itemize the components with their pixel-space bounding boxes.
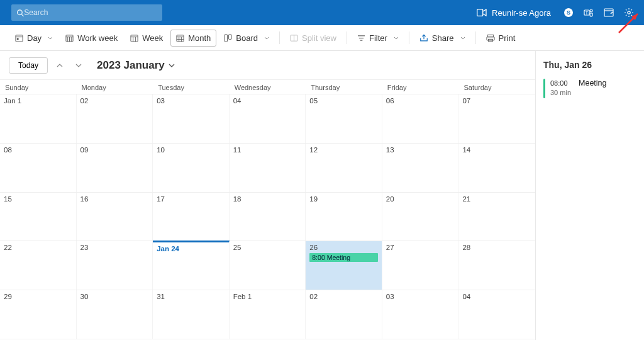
coming-soon-button[interactable] (599, 0, 619, 25)
view-board-button[interactable]: Board (219, 30, 274, 46)
day-cell[interactable]: 04 (230, 94, 306, 143)
svg-rect-29 (229, 34, 232, 38)
filter-label: Filter (369, 33, 387, 43)
chevron-down-icon (264, 37, 269, 40)
day-cell[interactable]: 12 (306, 144, 382, 192)
day-cell[interactable]: 15 (0, 193, 77, 241)
day-cell[interactable]: 02 (77, 94, 153, 143)
day-cell[interactable]: Jan 24 (153, 241, 230, 290)
view-workweek-button[interactable]: Work week (60, 30, 123, 46)
day-number: 09 (80, 146, 149, 154)
day-cell[interactable]: 23 (77, 241, 153, 290)
day-number: 17 (157, 195, 225, 203)
view-week-label: Week (142, 33, 163, 43)
today-button[interactable]: Today (9, 57, 48, 74)
dow-label: Monday (77, 80, 153, 94)
video-icon (477, 9, 487, 16)
day-cell[interactable]: 18 (230, 193, 306, 241)
event-title: Meeting (576, 79, 606, 98)
view-week-button[interactable]: Week (125, 30, 168, 46)
view-day-button[interactable]: Day (10, 30, 58, 46)
calendar-event[interactable]: 8:00 Meeting (309, 253, 378, 262)
day-number: 05 (309, 97, 378, 105)
day-cell[interactable]: 16 (77, 193, 153, 241)
day-number: 25 (233, 244, 302, 251)
day-cell[interactable]: Feb 1 (230, 290, 306, 339)
search-input[interactable] (24, 8, 157, 17)
day-cell[interactable]: 20 (382, 193, 459, 241)
day-cell[interactable]: Jan 1 (0, 94, 77, 143)
view-month-button[interactable]: Month (170, 30, 216, 47)
month-title-label: 2023 January (97, 59, 165, 72)
day-cell[interactable]: 10 (153, 144, 230, 192)
search-box[interactable] (11, 4, 162, 21)
split-view-label: Split view (302, 33, 336, 43)
chevron-up-icon (57, 64, 63, 67)
day-cell[interactable]: 27 (382, 241, 459, 290)
svg-rect-36 (486, 37, 494, 40)
teams-button[interactable]: T (579, 0, 599, 25)
day-cell[interactable]: 14 (458, 144, 535, 192)
day-number: 15 (4, 195, 72, 203)
calendar-day-icon (15, 34, 23, 42)
day-number: 26 (309, 244, 378, 251)
skype-button[interactable]: S (558, 0, 579, 25)
day-cell[interactable]: 30 (77, 290, 153, 339)
chevron-down-icon (394, 37, 399, 40)
day-number: 27 (386, 244, 455, 251)
settings-button[interactable] (619, 0, 639, 25)
svg-point-0 (18, 9, 23, 14)
day-cell[interactable]: 05 (306, 94, 382, 143)
week-row: 293031Feb 1020304 (0, 290, 535, 339)
print-button[interactable]: Print (481, 30, 521, 46)
day-number: 02 (80, 97, 149, 105)
dow-label: Thursday (306, 80, 382, 94)
chevron-down-icon (75, 64, 82, 67)
main-content: Today 2023 January SundayMondayTuesdayWe… (0, 51, 644, 340)
day-number: 30 (80, 293, 149, 300)
filter-button[interactable]: Filter (352, 30, 404, 46)
day-cell[interactable]: 03 (153, 94, 230, 143)
day-cell[interactable]: 09 (77, 144, 153, 192)
filter-icon (357, 35, 365, 42)
agenda-event[interactable]: 08:00 30 min Meeting (543, 79, 636, 98)
calendar-workweek-icon (65, 34, 74, 42)
day-cell[interactable]: 31 (153, 290, 230, 339)
chevron-down-icon (460, 37, 465, 40)
month-picker[interactable]: 2023 January (97, 59, 175, 72)
day-cell[interactable]: 13 (382, 144, 459, 192)
day-number: 20 (386, 195, 455, 203)
day-cell[interactable]: 04 (458, 290, 535, 339)
day-cell[interactable]: 11 (230, 144, 306, 192)
share-button[interactable]: Share (414, 30, 470, 46)
day-number: 19 (309, 195, 378, 203)
day-cell[interactable]: 25 (230, 241, 306, 290)
day-number: 04 (233, 97, 302, 105)
day-cell[interactable]: 02 (306, 290, 382, 339)
day-number: 08 (4, 146, 72, 154)
day-number: 03 (157, 97, 225, 105)
split-view-button: Split view (285, 30, 341, 46)
day-cell[interactable]: 17 (153, 193, 230, 241)
meet-now-button[interactable]: Reunir-se Agora (469, 0, 558, 25)
day-cell[interactable]: 08 (0, 144, 77, 192)
day-cell[interactable]: 268:00 Meeting (306, 241, 382, 290)
day-number: 13 (386, 146, 455, 154)
day-cell[interactable]: 28 (458, 241, 535, 290)
svg-rect-28 (225, 34, 228, 41)
day-number: Jan 24 (157, 245, 225, 252)
svg-rect-19 (131, 35, 138, 41)
prev-period-button[interactable] (53, 59, 67, 72)
view-workweek-label: Work week (77, 33, 118, 43)
day-cell[interactable]: 07 (458, 94, 535, 143)
day-cell[interactable]: 03 (382, 290, 459, 339)
day-cell[interactable]: 06 (382, 94, 459, 143)
day-cell[interactable]: 29 (0, 290, 77, 339)
next-period-button[interactable] (72, 59, 86, 72)
share-label: Share (432, 33, 454, 43)
day-cell[interactable]: 19 (306, 193, 382, 241)
teams-icon: T (584, 8, 594, 18)
day-cell[interactable]: 21 (458, 193, 535, 241)
day-cell[interactable]: 22 (0, 241, 77, 290)
dow-label: Tuesday (153, 80, 230, 94)
